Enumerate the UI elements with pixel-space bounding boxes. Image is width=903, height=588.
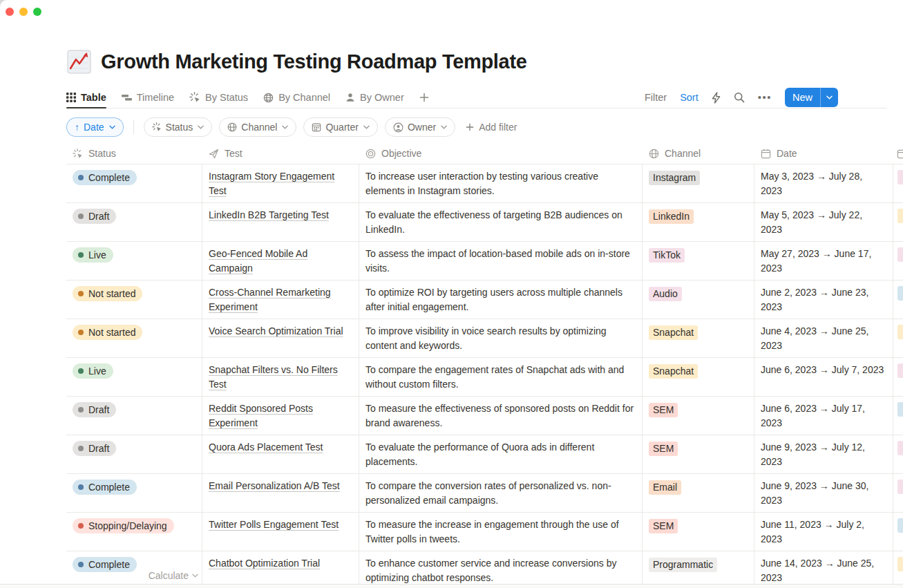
objective-cell[interactable]: To compare the conversion rates of perso… xyxy=(359,474,643,512)
status-cell[interactable]: Draft xyxy=(66,435,202,473)
column-header-date[interactable]: Date xyxy=(754,143,893,164)
partial-cell[interactable] xyxy=(893,358,903,396)
calculate-button[interactable]: Calculate xyxy=(66,570,202,581)
partial-cell[interactable] xyxy=(893,435,903,473)
filter-chip-status[interactable]: Status xyxy=(144,117,213,137)
test-page-link[interactable]: Twitter Polls Engagement Test xyxy=(209,519,339,530)
partial-cell[interactable] xyxy=(893,397,903,435)
new-button-dropdown[interactable] xyxy=(821,88,838,107)
add-filter-button[interactable]: Add filter xyxy=(466,122,517,133)
status-cell[interactable]: Live xyxy=(66,242,202,280)
tab-table[interactable]: Table xyxy=(66,87,106,108)
date-cell[interactable]: June 6, 2023 → July 7, 2023 xyxy=(754,358,893,396)
tab-by-channel[interactable]: By Channel xyxy=(263,87,330,108)
channel-cell[interactable]: Instagram xyxy=(643,164,754,202)
column-header-status[interactable]: Status xyxy=(66,143,202,164)
test-page-link[interactable]: Snapchat Filters vs. No Filters Test xyxy=(209,364,338,390)
partial-cell[interactable] xyxy=(893,164,903,202)
new-button-label[interactable]: New xyxy=(785,88,820,107)
test-page-link[interactable]: LinkedIn B2B Targeting Test xyxy=(209,209,329,220)
chart-increasing-emoji-icon[interactable] xyxy=(66,49,92,75)
partial-cell[interactable] xyxy=(893,513,903,551)
date-cell[interactable]: May 3, 2023 → July 28, 2023 xyxy=(754,164,893,202)
filter-chip-quarter[interactable]: Quarter xyxy=(303,117,377,137)
test-page-link[interactable]: Quora Ads Placement Test xyxy=(209,442,323,453)
objective-cell[interactable]: To optimize ROI by targeting users acros… xyxy=(359,281,643,319)
date-cell[interactable]: June 2, 2023 → June 23, 2023 xyxy=(754,281,893,319)
objective-cell[interactable]: To measure the increase in engagement th… xyxy=(359,513,643,551)
test-cell[interactable]: Email Personalization A/B Test xyxy=(202,474,359,512)
test-cell[interactable]: Snapchat Filters vs. No Filters Test xyxy=(202,358,359,396)
channel-cell[interactable]: Audio xyxy=(643,281,754,319)
test-page-link[interactable]: Instagram Story Engagement Test xyxy=(209,171,334,196)
column-header-channel[interactable]: Channel xyxy=(643,143,754,164)
status-cell[interactable]: Draft xyxy=(66,203,202,241)
test-cell[interactable]: Voice Search Optimization Trial xyxy=(202,319,359,357)
channel-cell[interactable]: TikTok xyxy=(643,242,754,280)
test-page-link[interactable]: Voice Search Optimization Trial xyxy=(209,325,343,336)
minimize-window-button[interactable] xyxy=(19,8,28,16)
objective-cell[interactable]: To compare the engagement rates of Snapc… xyxy=(359,358,643,396)
test-cell[interactable]: Quora Ads Placement Test xyxy=(202,435,359,473)
filter-button[interactable]: Filter xyxy=(645,92,667,103)
status-cell[interactable]: Not started xyxy=(66,319,202,357)
test-cell[interactable]: LinkedIn B2B Targeting Test xyxy=(202,203,359,241)
column-header-objective[interactable]: Objective xyxy=(359,143,643,164)
more-options-icon[interactable]: ••• xyxy=(758,94,772,101)
channel-cell[interactable]: Snapchat xyxy=(643,319,754,357)
objective-cell[interactable]: To measure the effectiveness of sponsore… xyxy=(359,397,643,435)
status-cell[interactable]: Not started xyxy=(66,281,202,319)
date-cell[interactable]: May 5, 2023 → July 22, 2023 xyxy=(754,203,893,241)
channel-cell[interactable]: Email xyxy=(643,474,754,512)
status-cell[interactable]: Draft xyxy=(66,397,202,435)
new-button[interactable]: New xyxy=(785,88,838,107)
status-cell[interactable]: Live xyxy=(66,358,202,396)
test-cell[interactable]: Twitter Polls Engagement Test xyxy=(202,513,359,551)
status-cell[interactable]: Stopping/Delaying xyxy=(66,513,202,551)
tab-timeline[interactable]: Timeline xyxy=(122,87,174,108)
test-cell[interactable]: Reddit Sponsored Posts Experiment xyxy=(202,397,359,435)
tab-by-owner[interactable]: By Owner xyxy=(345,87,404,108)
channel-cell[interactable]: SEM xyxy=(643,435,754,473)
filter-chip-owner[interactable]: Owner xyxy=(385,117,455,137)
date-cell[interactable]: June 9, 2023 → June 30, 2023 xyxy=(754,474,893,512)
partial-cell[interactable] xyxy=(893,203,903,241)
lightning-icon[interactable] xyxy=(712,92,721,104)
objective-cell[interactable]: To assess the impact of location-based m… xyxy=(359,242,643,280)
objective-cell[interactable]: To evaluate the performance of Quora ads… xyxy=(359,435,643,473)
objective-cell[interactable]: To evaluate the effectiveness of targeti… xyxy=(359,203,643,241)
date-cell[interactable]: June 11, 2023 → July 2, 2023 xyxy=(754,513,893,551)
sort-button[interactable]: Sort xyxy=(680,92,698,103)
zoom-window-button[interactable] xyxy=(33,8,41,16)
add-view-button[interactable] xyxy=(419,87,429,108)
status-cell[interactable]: Complete xyxy=(66,474,202,512)
test-cell[interactable]: Cross-Channel Remarketing Experiment xyxy=(202,281,359,319)
status-cell[interactable]: Complete xyxy=(66,164,202,202)
channel-cell[interactable]: Snapchat xyxy=(643,358,754,396)
partial-cell[interactable] xyxy=(893,319,903,357)
close-window-button[interactable] xyxy=(6,8,14,16)
column-header-test[interactable]: Test xyxy=(202,143,359,164)
test-cell[interactable]: Geo-Fenced Mobile Ad Campaign xyxy=(202,242,359,280)
search-icon[interactable] xyxy=(734,92,745,103)
test-cell[interactable]: Instagram Story Engagement Test xyxy=(202,164,359,202)
horizontal-scrollbar-track[interactable] xyxy=(0,584,903,588)
sort-chip-date[interactable]: ↑ Date xyxy=(66,117,124,137)
column-header-partial[interactable] xyxy=(893,143,903,164)
objective-cell[interactable]: To increase user interaction by testing … xyxy=(359,164,643,202)
tab-by-status[interactable]: By Status xyxy=(189,87,248,108)
partial-cell[interactable] xyxy=(893,281,903,319)
date-cell[interactable]: June 9, 2023 → July 12, 2023 xyxy=(754,435,893,473)
filter-chip-channel[interactable]: Channel xyxy=(219,117,296,137)
partial-cell[interactable] xyxy=(893,474,903,512)
date-cell[interactable]: May 27, 2023 → June 17, 2023 xyxy=(754,242,893,280)
channel-cell[interactable]: SEM xyxy=(643,513,754,551)
test-page-link[interactable]: Email Personalization A/B Test xyxy=(209,480,340,491)
test-page-link[interactable]: Geo-Fenced Mobile Ad Campaign xyxy=(209,248,307,274)
channel-cell[interactable]: LinkedIn xyxy=(643,203,754,241)
test-page-link[interactable]: Reddit Sponsored Posts Experiment xyxy=(209,403,313,428)
date-cell[interactable]: June 6, 2023 → July 17, 2023 xyxy=(754,397,893,435)
test-page-link[interactable]: Cross-Channel Remarketing Experiment xyxy=(209,287,331,312)
objective-cell[interactable]: To improve visibility in voice search re… xyxy=(359,319,643,357)
date-cell[interactable]: June 4, 2023 → June 25, 2023 xyxy=(754,319,893,357)
